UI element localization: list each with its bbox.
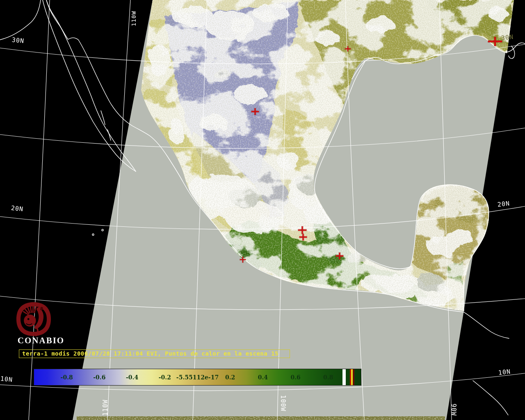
- conabio-logo-emblem: [15, 301, 52, 337]
- lon-label-90w-bottom: 90W: [450, 404, 457, 416]
- lat-label-30n-right: 30N: [501, 33, 514, 42]
- lat-label-20n-right: 20N: [497, 200, 510, 208]
- colorbar-darkred-mark: [353, 369, 354, 385]
- lon-label-100w-bottom: 100W: [279, 395, 287, 411]
- satellite-map-viewport: 30N 20N 10N 30N 20N 10N 110W 110W 100W 9…: [0, 0, 525, 420]
- conabio-logo-text: CONABIO: [12, 336, 70, 346]
- lat-label-20n-left: 20N: [11, 204, 24, 213]
- lat-label-10n-right: 10N: [498, 368, 511, 377]
- lon-label-110w-top: 110W: [130, 11, 137, 26]
- colorbar-tick-label: 0.8: [323, 374, 333, 381]
- lat-label-10n-left: 10N: [0, 375, 13, 383]
- lat-label-30n-left: 30N: [11, 36, 25, 45]
- swath-bottom-edge: [77, 416, 445, 420]
- colorbar-tick-label: -5.55112e-17: [176, 374, 219, 381]
- colorbar-tick-label: 0.6: [290, 374, 300, 381]
- colorbar-tick-label: -0.4: [126, 374, 138, 381]
- scene-title-box: terra-1 modis 2006/07/28 17:11:04 EVI, P…: [19, 349, 290, 358]
- colorbar-tick-label: 0.4: [258, 374, 268, 381]
- evi-colorbar: -0.8 -0.6 -0.4 -0.2 -5.55112e-17 0.2 0.4…: [34, 369, 361, 386]
- colorbar-white-mark: [342, 369, 345, 385]
- colorbar-tick-label: -0.6: [93, 374, 105, 381]
- lon-label-110w-bottom: 110W: [102, 399, 109, 416]
- conabio-logo: [15, 301, 52, 337]
- colorbar-tick-label: -0.8: [61, 374, 73, 381]
- scene-title-text: terra-1 modis 2006/07/28 17:11:04 EVI, P…: [22, 350, 278, 357]
- colorbar-tick-label: 0.2: [225, 374, 235, 381]
- colorbar-tick-label: -0.2: [159, 374, 171, 381]
